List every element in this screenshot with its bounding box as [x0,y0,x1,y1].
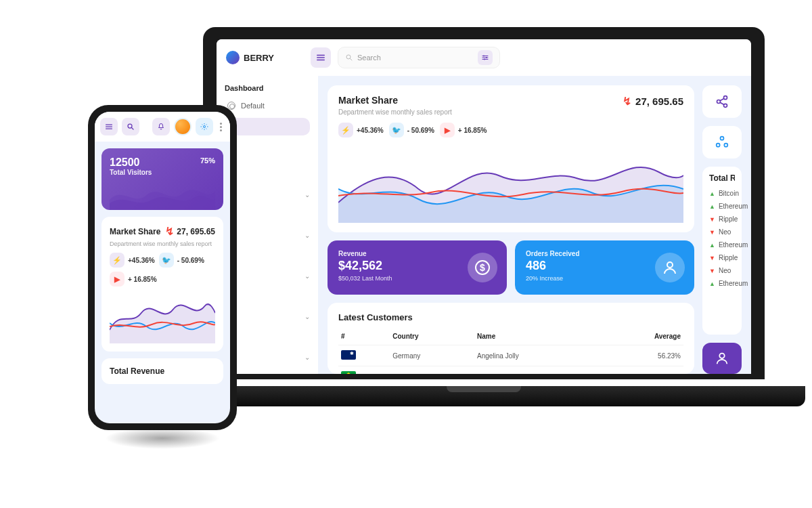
svg-point-2 [486,57,487,58]
phone-total-revenue-card[interactable]: Total Revenue [102,358,223,384]
flag-icon [341,350,356,360]
arrow-up-icon: ▲ [709,242,715,249]
network-button[interactable] [702,126,742,158]
phone-market-share-card: Market Share ↯ 27, 695.65 Department wis… [102,217,223,352]
chevron-down-icon[interactable]: ⌄ [304,313,310,320]
chevron-down-icon[interactable]: ⌄ [304,232,310,239]
share-button[interactable] [702,85,742,118]
customers-table: # Country Name Average Germany A [338,328,683,374]
chip-twitter: 🐦- 50.69% [389,123,434,137]
hamburger-icon [105,123,113,131]
arrow-up-icon: ▲ [709,280,715,287]
svg-text:$: $ [480,262,485,273]
table-row[interactable]: USA John Deo 25.23% [338,366,683,375]
notifications-button[interactable] [152,118,170,135]
avatar[interactable] [174,118,191,135]
chip-youtube: ▶+ 16.85% [440,123,487,137]
phone-body: 12500 Total Visitors 75% Market Share [95,142,230,423]
search-input[interactable]: Search [338,47,500,68]
visitors-label: Total Visitors [110,169,152,176]
chip-row: ⚡+45.36% 🐦- 50.69% ▶+ 16.85% [338,123,683,137]
share-icon [715,95,729,108]
gear-icon [200,123,208,131]
list-item[interactable]: ▼Ripple [709,213,735,226]
brand-logo: BERRY [226,51,274,64]
brand-name: BERRY [244,53,274,63]
chevron-down-icon[interactable]: ⌄ [304,272,310,280]
chevron-down-icon[interactable]: ⌄ [304,191,310,198]
list-item[interactable]: ▼Neo [709,264,735,277]
list-item[interactable]: ▼Neo [709,226,735,238]
svg-point-0 [346,55,351,59]
list-item[interactable]: ▼Ripple [709,251,735,264]
trend-down-icon: ↯ [165,225,174,238]
arrow-down-icon: ▼ [709,255,715,261]
user-icon [715,351,729,366]
svg-point-9 [724,104,727,107]
settings-button[interactable] [196,118,213,135]
card-title: Latest Customers [338,312,683,322]
menu-button[interactable] [100,118,118,135]
search-icon [345,54,353,62]
twitter-icon: 🐦 [159,253,174,268]
arrow-up-icon: ▲ [709,190,715,197]
chip-row: ⚡+45.36% 🐦- 50.69% ▶+ 16.85% [110,253,215,287]
bolt-icon: ⚡ [338,123,353,137]
sidebar-item-default[interactable]: Default [225,98,310,114]
mini-card[interactable] [702,343,742,374]
svg-point-15 [204,126,206,128]
sidebar-section-label: Dashboard [225,84,310,92]
sidebar-item-selected[interactable] [225,118,310,135]
latest-customers-card: Latest Customers # Country Name Average [328,303,694,374]
chip-facebook: ⚡+45.36% [110,253,155,268]
hamburger-icon [316,53,325,62]
panel-title: Total R [709,173,735,183]
table-row[interactable]: Germany Angelina Jolly 56.23% [338,345,683,366]
visitors-card[interactable]: 12500 Total Visitors 75% [102,148,223,210]
market-share-card: Market Share Department wise monthly sal… [328,85,694,232]
kpi-orders-card[interactable]: Orders Received 486 20% Increase [515,240,694,295]
search-button[interactable] [122,118,139,135]
bolt-icon: ⚡ [110,253,125,268]
col-name: Name [474,328,602,345]
laptop-screen: BERRY Search Dashboard [203,27,765,379]
card-title: Total Revenue [110,366,215,376]
card-subtitle: Department wise monthly sales report [338,108,452,116]
kpi-row: Revenue $42,562 $50,032 Last Month $ Ord… [328,240,694,295]
main-content: Market Share Department wise monthly sal… [318,76,751,374]
list-item[interactable]: ▲Ethereum [709,200,735,213]
chip-twitter: 🐦- 50.69% [159,253,204,268]
kpi-revenue-card[interactable]: Revenue $42,562 $50,032 Last Month $ [328,240,507,295]
arrow-down-icon: ▼ [709,229,715,236]
market-share-chart [338,142,683,223]
phone-market-share-chart [110,289,215,343]
search-filter-button[interactable] [478,50,493,65]
list-item[interactable]: ▲Ethereum [709,277,735,290]
twitter-icon: 🐦 [389,123,404,137]
svg-point-1 [483,56,484,57]
arrow-down-icon: ▼ [709,268,715,274]
svg-point-11 [717,144,720,147]
svg-point-8 [717,100,721,104]
bell-icon [157,123,165,131]
trend-down-icon: ↯ [623,95,631,108]
more-button[interactable] [217,123,225,131]
card-title: Market Share [338,95,452,106]
visitors-value: 12500 [110,156,152,169]
market-share-value: ↯ 27, 695.65 [165,225,215,238]
app-window: BERRY Search Dashboard [217,39,751,374]
list-item[interactable]: ▲Bitcoin [709,187,735,200]
svg-point-13 [719,354,724,358]
chevron-down-icon[interactable]: ⌄ [304,354,310,361]
col-average: Average [602,328,683,345]
list-item[interactable]: ▲Ethereum [709,238,735,251]
search-icon [127,123,135,131]
phone-device: 12500 Total Visitors 75% Market Share [88,105,237,430]
menu-toggle-button[interactable] [311,47,331,68]
card-subtitle: Department wise monthly sales report [110,240,215,247]
nodes-icon [715,135,729,149]
right-rail: Total R ▲Bitcoin ▲Ethereum ▼Ripple ▼Neo … [702,85,742,374]
svg-point-6 [667,262,673,268]
visitors-pct: 75% [200,156,215,165]
visitors-chart [110,176,215,210]
